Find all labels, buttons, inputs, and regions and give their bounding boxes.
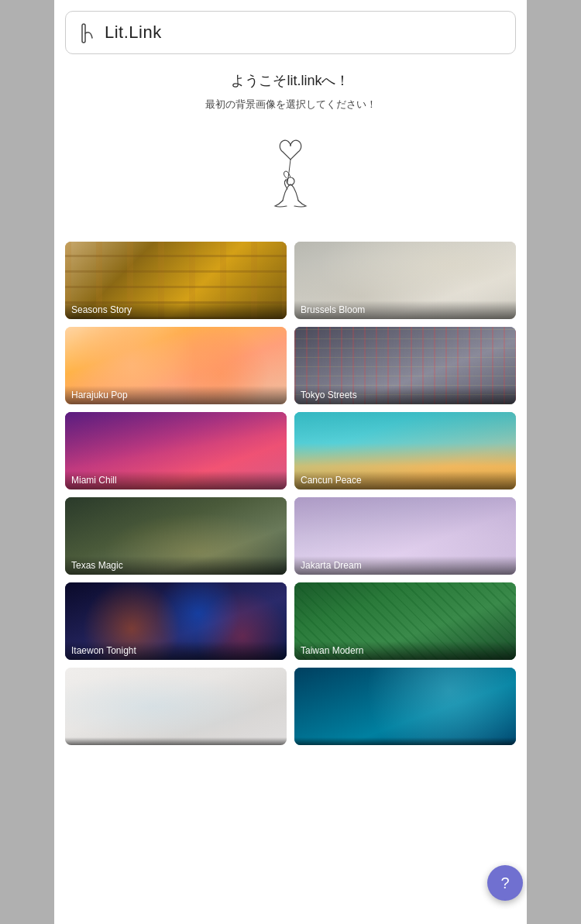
theme-taiwan-modern[interactable]: Taiwan Modern — [294, 582, 516, 660]
theme-texas-magic-label: Texas Magic — [65, 556, 287, 575]
theme-miami-chill-label: Miami Chill — [65, 471, 287, 489]
theme-itaewon-tonight-label: Itaewon Tonight — [65, 641, 287, 660]
header-box: Lit.Link — [65, 11, 516, 54]
theme-jakarta-dream[interactable]: Jakarta Dream — [294, 497, 516, 575]
theme-ocean-label — [294, 737, 516, 745]
theme-brussels-bloom[interactable]: Brussels Bloom — [294, 242, 516, 319]
theme-tokyo-streets-label: Tokyo Streets — [294, 386, 516, 404]
grid-row-2: Harajuku Pop Tokyo Streets — [65, 327, 516, 404]
theme-taiwan-modern-label: Taiwan Modern — [294, 641, 516, 660]
grid-row-1: Seasons Story Brussels Bloom — [65, 242, 516, 319]
logo-icon — [80, 22, 97, 43]
theme-tokyo-streets[interactable]: Tokyo Streets — [294, 327, 516, 404]
theme-seasons-story[interactable]: Seasons Story — [65, 242, 287, 319]
grid-row-6 — [65, 668, 516, 745]
theme-cancun-peace-label: Cancun Peace — [294, 471, 516, 489]
theme-jakarta-dream-label: Jakarta Dream — [294, 556, 516, 575]
theme-seasons-story-label: Seasons Story — [65, 301, 287, 319]
welcome-section: ようこそlit.linkへ！ 最初の背景画像を選択してください！ — [54, 54, 527, 119]
grid-row-3: Miami Chill Cancun Peace — [65, 412, 516, 489]
theme-miami-chill[interactable]: Miami Chill — [65, 412, 287, 489]
welcome-subtitle: 最初の背景画像を選択してください！ — [70, 98, 511, 112]
logo-text: Lit.Link — [105, 22, 162, 43]
grid-row-4: Texas Magic Jakarta Dream — [65, 497, 516, 575]
help-icon: ? — [500, 874, 509, 892]
welcome-illustration — [236, 127, 345, 228]
grid-section: Seasons Story Brussels Bloom Harajuku Po… — [54, 242, 527, 815]
theme-brussels-bloom-label: Brussels Bloom — [294, 301, 516, 319]
illustration — [54, 119, 527, 242]
theme-itaewon-tonight[interactable]: Itaewon Tonight — [65, 582, 287, 660]
help-fab-button[interactable]: ? — [487, 865, 523, 901]
welcome-title: ようこそlit.linkへ！ — [70, 71, 511, 90]
theme-ocean[interactable] — [294, 668, 516, 745]
main-container: Lit.Link ようこそlit.linkへ！ 最初の背景画像を選択してください… — [54, 0, 527, 924]
theme-room[interactable] — [65, 668, 287, 745]
theme-harajuku-pop-label: Harajuku Pop — [65, 386, 287, 404]
grid-row-5: Itaewon Tonight Taiwan Modern — [65, 582, 516, 660]
theme-room-label — [65, 737, 287, 745]
theme-harajuku-pop[interactable]: Harajuku Pop — [65, 327, 287, 404]
theme-texas-magic[interactable]: Texas Magic — [65, 497, 287, 575]
theme-cancun-peace[interactable]: Cancun Peace — [294, 412, 516, 489]
